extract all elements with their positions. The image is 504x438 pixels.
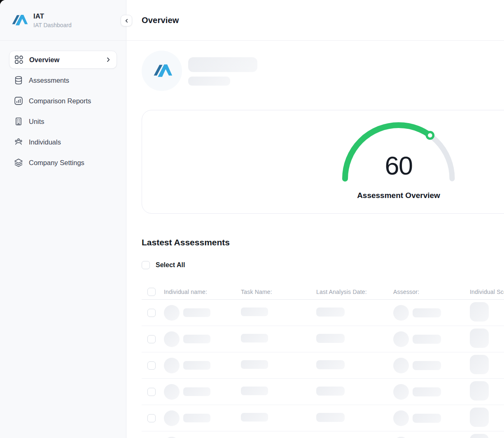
skeleton-bar <box>413 308 441 317</box>
skeleton-avatar <box>393 358 409 373</box>
skeleton-bar <box>413 335 441 344</box>
row-checkbox[interactable] <box>147 335 156 343</box>
table-row[interactable] <box>142 300 504 326</box>
skeleton-bar <box>241 334 268 342</box>
table-header: Individual name: Task Name: Last Analysi… <box>142 284 504 300</box>
row-checkbox[interactable] <box>147 414 156 422</box>
brand: IAT IAT Dashboard <box>0 0 126 41</box>
skeleton-bar <box>413 361 441 370</box>
skeleton-avatar <box>164 331 180 347</box>
skeleton-bar <box>183 361 210 370</box>
cell-individual-name <box>164 358 241 373</box>
skeleton-avatar <box>393 331 409 347</box>
sidebar-item-assessments[interactable]: Assessments <box>9 71 117 89</box>
select-all[interactable]: Select All <box>142 261 504 269</box>
topbar: Overview <box>126 0 504 41</box>
grid-icon <box>14 55 23 64</box>
cell-task-name <box>241 360 316 370</box>
cell-task-name <box>241 387 316 397</box>
row-checkbox[interactable] <box>147 361 156 370</box>
skeleton-score-box <box>470 434 489 438</box>
gauge-value: 60 <box>337 151 460 180</box>
skeleton-bar <box>316 308 345 317</box>
gauge-marker-dot <box>427 132 433 139</box>
column-task-name: Task Name: <box>241 289 316 295</box>
latest-assessments-title: Lastest Assessments <box>142 238 504 247</box>
skeleton-score-box <box>470 302 489 322</box>
skeleton-bar <box>241 308 268 316</box>
row-checkbox[interactable] <box>147 309 156 317</box>
cell-assessor <box>393 331 470 347</box>
skeleton-bar <box>183 335 210 343</box>
cell-assessor <box>393 305 470 321</box>
cell-last-analysis-date <box>316 334 393 345</box>
skeleton-score-box <box>470 408 489 427</box>
skeleton-bar <box>241 387 268 395</box>
users-icon <box>14 137 23 147</box>
skeleton-bar <box>183 387 210 396</box>
skeleton-bar <box>413 414 441 423</box>
skeleton-score-box <box>470 328 489 348</box>
row-checkbox[interactable] <box>147 388 156 396</box>
cell-task-name <box>241 334 316 344</box>
sidebar-item-overview[interactable]: Overview <box>9 51 117 69</box>
skeleton-bar <box>241 413 268 422</box>
header-checkbox[interactable] <box>147 288 156 296</box>
profile-skeleton <box>142 51 504 91</box>
cell-individual-name <box>164 410 241 426</box>
table-row[interactable] <box>142 326 504 352</box>
sidebar-item-individuals[interactable]: Individuals <box>9 133 117 151</box>
skeleton-bar <box>188 77 230 86</box>
content: 60 Assessment Overview Lastest Assessmen… <box>126 51 504 438</box>
skeleton-avatar <box>164 437 180 438</box>
profile-text-skeleton <box>188 51 257 91</box>
table-row[interactable] <box>142 431 504 438</box>
skeleton-score-box <box>470 381 489 401</box>
page-title: Overview <box>142 16 179 25</box>
iat-logo-icon <box>10 13 28 27</box>
column-individual-name: Individual name: <box>164 289 241 295</box>
cell-individual-name <box>164 437 241 438</box>
assessment-overview-card: 60 Assessment Overview <box>142 110 504 214</box>
brand-name: IAT <box>33 12 72 21</box>
cell-assessor <box>393 358 470 373</box>
skeleton-avatar <box>164 358 180 373</box>
table-row[interactable] <box>142 352 504 379</box>
sidebar-collapse-button[interactable] <box>121 15 132 26</box>
cell-last-analysis-date <box>316 413 393 424</box>
skeleton-avatar <box>393 437 409 438</box>
sidebar-item-comparison-reports[interactable]: Comparison Reports <box>9 92 117 110</box>
sidebar-item-company-settings[interactable]: Company Settings <box>9 154 117 172</box>
sidebar-item-units[interactable]: Units <box>9 112 117 130</box>
skeleton-bar <box>413 387 441 396</box>
table-row[interactable] <box>142 405 504 431</box>
cell-last-analysis-date <box>316 360 393 371</box>
column-last-analysis-date: Last Analysis Date: <box>316 289 393 295</box>
sidebar-nav: Overview Assessments <box>0 41 126 172</box>
profile-avatar <box>142 51 182 91</box>
sidebar-item-label: Comparison Reports <box>29 97 91 105</box>
column-individual-score: Individual Score: <box>470 289 504 295</box>
column-assessor: Assessor: <box>393 289 470 295</box>
skeleton-avatar <box>164 410 180 426</box>
sidebar: IAT IAT Dashboard Overview <box>0 0 126 438</box>
skeleton-score-box <box>470 355 489 374</box>
skeleton-bar <box>316 413 345 422</box>
cell-individual-score <box>470 381 504 402</box>
table-row[interactable] <box>142 379 504 405</box>
sidebar-item-label: Units <box>29 118 44 126</box>
skeleton-bar <box>241 360 268 369</box>
cell-individual-name <box>164 331 241 347</box>
table-body <box>142 300 504 438</box>
cell-individual-score <box>470 328 504 349</box>
cell-individual-score <box>470 355 504 376</box>
sidebar-item-label: Assessments <box>29 77 69 84</box>
cell-individual-score <box>470 302 504 323</box>
skeleton-bar <box>316 387 345 396</box>
cell-assessor <box>393 410 470 426</box>
select-all-checkbox[interactable] <box>142 261 150 269</box>
gauge-title: Assessment Overview <box>142 191 504 200</box>
skeleton-avatar <box>164 305 180 321</box>
cell-assessor <box>393 437 470 438</box>
cell-last-analysis-date <box>316 387 393 397</box>
